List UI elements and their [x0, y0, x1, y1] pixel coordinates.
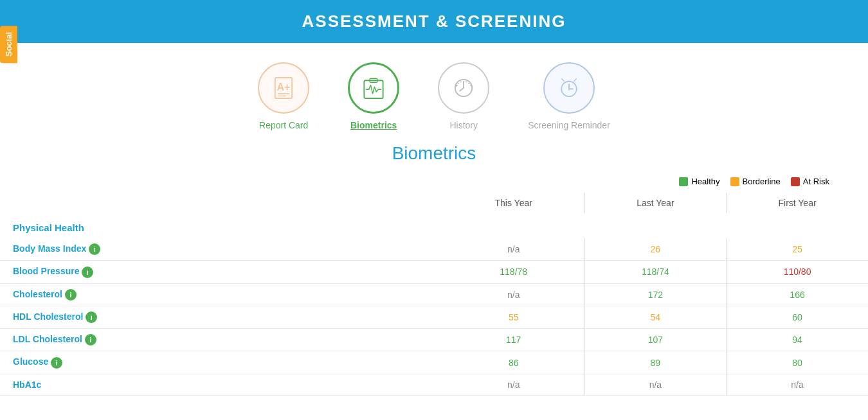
metric-name: Glucose [13, 356, 48, 367]
first-year-value: 110/80 [727, 261, 868, 283]
biometrics-icon-circle [348, 62, 399, 114]
legend-healthy-dot [679, 177, 688, 186]
table-row: HDL Cholesterol i 55 54 60 [0, 306, 868, 328]
legend-borderline-label: Borderline [743, 177, 781, 186]
history-icon [449, 74, 478, 102]
metric-name: Blood Pressure [13, 266, 79, 276]
last-year-value: 118/74 [584, 261, 726, 283]
legend-at-risk-label: At Risk [803, 177, 829, 186]
metric-name-cell: LDL Cholesterol i [0, 329, 443, 351]
screening-icon-circle: ! [543, 62, 595, 114]
report-card-label: Report Card [259, 120, 308, 130]
this-year-value: n/a [443, 238, 584, 261]
header-title: ASSESSMENT & SCREENING [302, 12, 566, 31]
metric-name: Cholesterol [13, 289, 62, 299]
this-year-value: n/a [443, 283, 584, 306]
info-icon[interactable]: i [51, 357, 62, 369]
table-row: Body Mass Index i n/a 26 25 [0, 238, 868, 261]
metric-name-cell: HbA1c [0, 374, 443, 395]
col-header-last-year: Last Year [584, 193, 726, 213]
info-icon[interactable]: i [89, 243, 100, 255]
svg-text:A+: A+ [277, 81, 291, 92]
legend-borderline-dot [730, 177, 739, 186]
first-year-value: 25 [727, 238, 868, 261]
biometrics-label: Biometrics [350, 120, 397, 130]
first-year-value: 80 [727, 351, 868, 374]
col-header-name [0, 193, 443, 213]
history-label: History [449, 120, 478, 130]
first-year-value: 166 [727, 283, 868, 306]
biometrics-icon [359, 74, 388, 102]
metric-name: LDL Cholesterol [13, 334, 82, 344]
this-year-value: 118/78 [443, 261, 584, 283]
first-year-value: n/a [727, 374, 868, 395]
history-icon-circle [438, 62, 489, 114]
info-icon[interactable]: i [85, 334, 96, 346]
metric-name-cell: Cholesterol i [0, 283, 443, 306]
screening-reminder-icon: ! [555, 74, 583, 102]
biometrics-table: This Year Last Year First Year Physical … [0, 193, 868, 396]
last-year-value: 107 [584, 329, 726, 351]
metric-name-cell: Glucose i [0, 351, 443, 374]
last-year-value: n/a [584, 374, 726, 395]
legend: Healthy Borderline At Risk [0, 177, 868, 186]
last-year-value: 89 [584, 351, 726, 374]
metric-name-cell: Body Mass Index i [0, 238, 443, 261]
social-tab[interactable]: Social [0, 26, 17, 63]
col-header-this-year: This Year [443, 193, 584, 213]
nav-item-screening[interactable]: ! Screening Reminder [528, 62, 610, 130]
page-header: ASSESSMENT & SCREENING [0, 0, 868, 43]
this-year-value: 117 [443, 329, 584, 351]
nav-item-history[interactable]: History [438, 62, 489, 130]
legend-at-risk: At Risk [791, 177, 829, 186]
first-year-value: 94 [727, 329, 868, 351]
table-row: Cholesterol i n/a 172 166 [0, 283, 868, 306]
legend-borderline: Borderline [730, 177, 781, 186]
first-year-value: 60 [727, 306, 868, 328]
last-year-value: 26 [584, 238, 726, 261]
table-row: Blood Pressure i 118/78 118/74 110/80 [0, 261, 868, 283]
table-row: Glucose i 86 89 80 [0, 351, 868, 374]
nav-item-biometrics[interactable]: Biometrics [348, 62, 399, 130]
nav-icons: A+ Report Card Biometrics [0, 43, 868, 143]
info-icon[interactable]: i [65, 289, 77, 301]
report-card-icon-circle: A+ [258, 62, 309, 114]
page-title: Biometrics [0, 143, 868, 164]
svg-line-11 [561, 78, 564, 81]
report-card-icon: A+ [269, 74, 298, 102]
metric-name: HDL Cholesterol [13, 311, 83, 322]
nav-item-report-card[interactable]: A+ Report Card [258, 62, 309, 130]
legend-healthy-label: Healthy [691, 177, 719, 186]
legend-at-risk-dot [791, 177, 800, 186]
svg-text:!: ! [568, 83, 570, 92]
metric-name-cell: HDL Cholesterol i [0, 306, 443, 328]
this-year-value: n/a [443, 374, 584, 395]
info-icon[interactable]: i [86, 311, 97, 323]
section-label: Physical Health [0, 213, 868, 238]
info-icon[interactable]: i [82, 267, 93, 278]
last-year-value: 54 [584, 306, 726, 328]
screening-label: Screening Reminder [528, 120, 610, 130]
col-header-first-year: First Year [727, 193, 868, 213]
legend-healthy: Healthy [679, 177, 719, 186]
table-row: HbA1c n/a n/a n/a [0, 374, 868, 395]
this-year-value: 55 [443, 306, 584, 328]
metric-name: Body Mass Index [13, 243, 86, 254]
svg-line-12 [574, 78, 576, 81]
table-row: LDL Cholesterol i 117 107 94 [0, 329, 868, 351]
last-year-value: 172 [584, 283, 726, 306]
metric-name-cell: Blood Pressure i [0, 261, 443, 283]
section-header-row: Physical Health [0, 213, 868, 238]
metric-name: HbA1c [13, 380, 41, 390]
this-year-value: 86 [443, 351, 584, 374]
